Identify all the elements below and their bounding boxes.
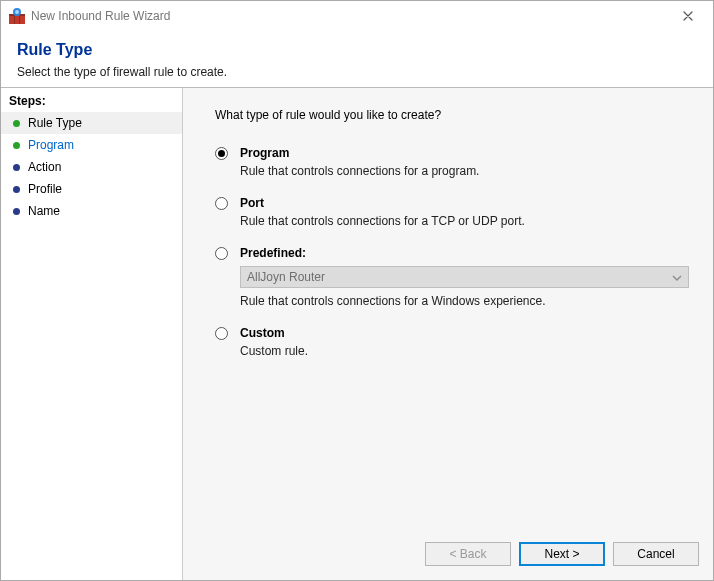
main-inner: What type of rule would you like to crea…	[183, 88, 713, 528]
chevron-down-icon	[672, 270, 682, 284]
option-port[interactable]: Port Rule that controls connections for …	[215, 196, 689, 228]
step-program[interactable]: Program	[1, 134, 182, 156]
radio-predefined[interactable]	[215, 247, 228, 260]
svg-rect-3	[19, 14, 20, 24]
option-sub: Rule that controls connections for a pro…	[240, 164, 689, 178]
steps-header: Steps:	[1, 88, 182, 112]
option-title: Port	[240, 196, 689, 210]
question-text: What type of rule would you like to crea…	[215, 108, 689, 122]
option-text: Predefined: AllJoyn Router Rule that con…	[240, 246, 689, 308]
step-label: Action	[28, 160, 61, 174]
step-bullet-icon	[13, 120, 20, 127]
step-profile[interactable]: Profile	[1, 178, 182, 200]
step-label: Program	[28, 138, 74, 152]
option-title: Custom	[240, 326, 689, 340]
option-text: Program Rule that controls connections f…	[240, 146, 689, 178]
next-button[interactable]: Next >	[519, 542, 605, 566]
option-program[interactable]: Program Rule that controls connections f…	[215, 146, 689, 178]
radio-custom[interactable]	[215, 327, 228, 340]
step-label: Name	[28, 204, 60, 218]
step-name[interactable]: Name	[1, 200, 182, 222]
page-header: Rule Type Select the type of firewall ru…	[1, 31, 713, 87]
option-predefined[interactable]: Predefined: AllJoyn Router Rule that con…	[215, 246, 689, 308]
predefined-select-value: AllJoyn Router	[247, 270, 325, 284]
body: Steps: Rule Type Program Action Profile …	[1, 87, 713, 580]
wizard-window: New Inbound Rule Wizard Rule Type Select…	[0, 0, 714, 581]
option-text: Port Rule that controls connections for …	[240, 196, 689, 228]
cancel-button[interactable]: Cancel	[613, 542, 699, 566]
close-button[interactable]	[667, 1, 709, 31]
titlebar: New Inbound Rule Wizard	[1, 1, 713, 31]
step-label: Profile	[28, 182, 62, 196]
step-bullet-icon	[13, 186, 20, 193]
page-title: Rule Type	[17, 41, 697, 59]
page-description: Select the type of firewall rule to crea…	[17, 65, 697, 79]
main-panel: What type of rule would you like to crea…	[183, 88, 713, 580]
option-title: Program	[240, 146, 689, 160]
steps-sidebar: Steps: Rule Type Program Action Profile …	[1, 88, 183, 580]
radio-program[interactable]	[215, 147, 228, 160]
option-text: Custom Custom rule.	[240, 326, 689, 358]
step-label: Rule Type	[28, 116, 82, 130]
option-sub: Rule that controls connections for a Win…	[240, 294, 689, 308]
step-rule-type[interactable]: Rule Type	[1, 112, 182, 134]
footer: < Back Next > Cancel	[183, 528, 713, 580]
firewall-icon	[9, 8, 25, 24]
step-action[interactable]: Action	[1, 156, 182, 178]
window-title: New Inbound Rule Wizard	[31, 9, 667, 23]
back-button: < Back	[425, 542, 511, 566]
predefined-select: AllJoyn Router	[240, 266, 689, 288]
option-title: Predefined:	[240, 246, 689, 260]
step-bullet-icon	[13, 142, 20, 149]
radio-port[interactable]	[215, 197, 228, 210]
option-sub: Custom rule.	[240, 344, 689, 358]
svg-point-5	[15, 10, 19, 14]
option-sub: Rule that controls connections for a TCP…	[240, 214, 689, 228]
step-bullet-icon	[13, 208, 20, 215]
option-custom[interactable]: Custom Custom rule.	[215, 326, 689, 358]
svg-rect-2	[14, 14, 15, 24]
step-bullet-icon	[13, 164, 20, 171]
